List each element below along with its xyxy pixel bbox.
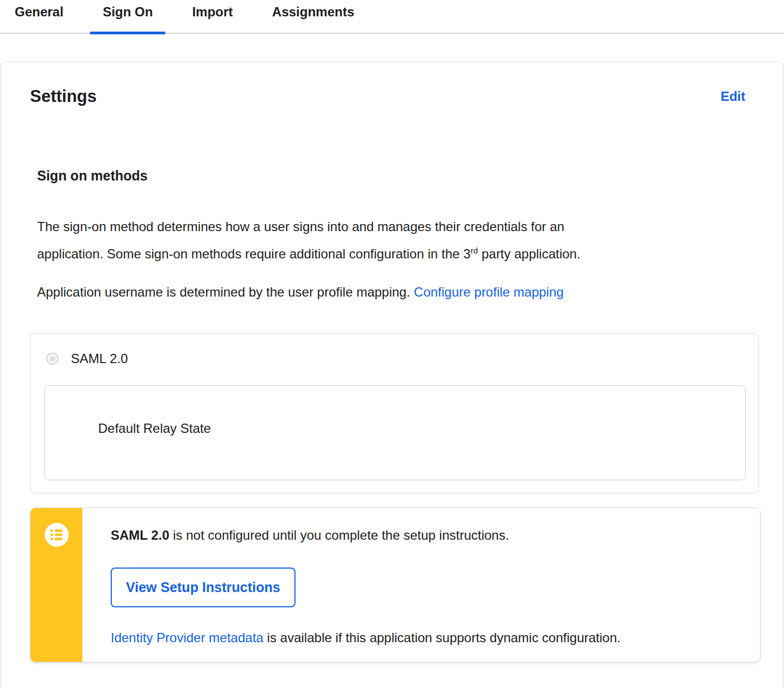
default-relay-state-box: Default Relay State bbox=[44, 385, 746, 480]
sign-on-methods-section: Sign on methods The sign-on method deter… bbox=[30, 167, 757, 662]
edit-link[interactable]: Edit bbox=[721, 89, 745, 104]
saml-method-box: SAML 2.0 Default Relay State bbox=[30, 333, 759, 493]
sign-on-description: The sign-on method determines how a user… bbox=[37, 213, 757, 268]
saml-radio-row: SAML 2.0 bbox=[46, 351, 745, 366]
metadata-line: Identity Provider metadata is available … bbox=[111, 630, 738, 645]
identity-provider-metadata-link[interactable]: Identity Provider metadata bbox=[111, 630, 263, 645]
configure-profile-mapping-link[interactable]: Configure profile mapping bbox=[414, 285, 564, 299]
callout-message: SAML 2.0 is not configured until you com… bbox=[111, 528, 738, 543]
tab-assignments[interactable]: Assignments bbox=[260, 0, 367, 24]
description-line-2-end: party application. bbox=[478, 246, 581, 261]
list-icon bbox=[45, 523, 69, 547]
radio-dot bbox=[50, 356, 56, 362]
tab-general[interactable]: General bbox=[2, 0, 76, 24]
settings-card: Settings Edit Sign on methods The sign-o… bbox=[1, 62, 783, 688]
saml-radio-label: SAML 2.0 bbox=[71, 351, 128, 366]
ordinal-superscript: rd bbox=[471, 246, 478, 255]
callout-body: SAML 2.0 is not configured until you com… bbox=[82, 508, 760, 662]
tab-sign-on[interactable]: Sign On bbox=[90, 0, 165, 24]
settings-card-header: Settings Edit bbox=[30, 62, 757, 107]
saml-radio-button[interactable] bbox=[46, 353, 58, 365]
tab-import[interactable]: Import bbox=[179, 0, 245, 24]
saml-setup-callout: SAML 2.0 is not configured until you com… bbox=[30, 508, 761, 662]
username-mapping-text: Application username is determined by th… bbox=[37, 279, 757, 306]
page-title: Settings bbox=[30, 86, 97, 107]
default-relay-state-label: Default Relay State bbox=[98, 421, 211, 436]
description-line-1: The sign-on method determines how a user… bbox=[37, 219, 564, 234]
tab-bar: General Sign On Import Assignments bbox=[0, 0, 784, 35]
callout-message-bold: SAML 2.0 bbox=[111, 528, 170, 542]
warning-stripe bbox=[31, 508, 82, 662]
section-heading: Sign on methods bbox=[37, 167, 757, 185]
description-line-2: application. Some sign-on methods requir… bbox=[37, 246, 471, 261]
view-setup-instructions-button[interactable]: View Setup Instructions bbox=[111, 568, 295, 607]
